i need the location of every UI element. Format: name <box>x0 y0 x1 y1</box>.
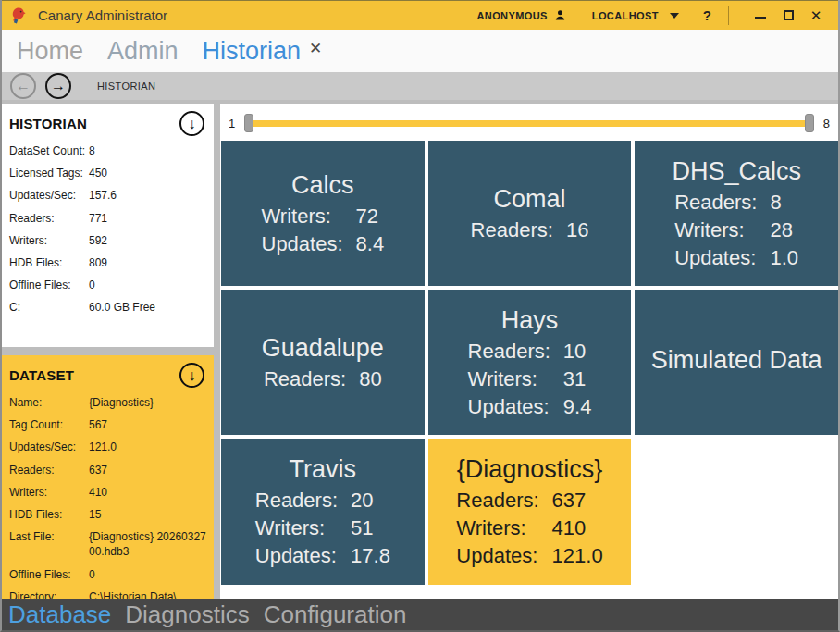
tile-title: Calcs <box>291 171 354 200</box>
info-row-writers: Writers:410 <box>9 485 206 500</box>
tile-stat-label: Updates: <box>255 544 338 568</box>
tile-stat-value: 637 <box>552 489 603 513</box>
info-value: {Diagnostics} 20260327 00.hdb3 <box>89 529 206 559</box>
dataset-stats-list: Name:{Diagnostics}Tag Count:567Updates/S… <box>2 393 214 599</box>
info-row-offline-files: Offline Files:0 <box>9 278 206 292</box>
info-value: 592 <box>89 233 206 248</box>
dataset-range-slider: 1 8 <box>220 104 838 141</box>
tile-stat-label: Updates: <box>456 544 538 568</box>
info-row-hdb-files: HDB Files:809 <box>9 255 206 270</box>
info-row-tag-count: Tag Count:567 <box>9 417 206 432</box>
tile-stat-label: Writers: <box>456 516 538 540</box>
tab-home[interactable]: Home <box>5 37 95 66</box>
collapse-arrow-icon[interactable]: ↓ <box>179 111 204 136</box>
info-row-writers: Writers:592 <box>9 233 206 248</box>
dataset-tile-calcs[interactable]: CalcsWriters:72Updates:8.4 <box>221 141 425 286</box>
tile-stat-value: 17.8 <box>351 544 390 568</box>
tile-stat-label: Writers: <box>674 218 757 242</box>
footer-bar: DatabaseDiagnosticsConfiguration <box>2 599 838 630</box>
close-button[interactable]: ✕ <box>805 6 827 26</box>
info-value: 637 <box>89 463 206 477</box>
tab-bar: HomeAdminHistorian✕ <box>2 30 838 72</box>
tile-stat-label: Updates: <box>262 232 343 256</box>
dataset-tile-comal[interactable]: ComalReaders:16 <box>428 141 632 286</box>
tab-historian[interactable]: Historian✕ <box>191 37 335 66</box>
tab-admin[interactable]: Admin <box>95 37 191 66</box>
dataset-panel: DATASET ↓ Name:{Diagnostics}Tag Count:56… <box>2 355 214 599</box>
app-title: Canary Administrator <box>38 7 167 23</box>
dataset-tile-travis[interactable]: TravisReaders:20Writers:51Updates:17.8 <box>221 439 425 585</box>
historian-panel-header: HISTORIAN ↓ <box>2 104 214 142</box>
info-label: Writers: <box>9 485 89 500</box>
tab-close-icon[interactable]: ✕ <box>309 39 322 58</box>
tile-stat-value: 1.0 <box>771 246 799 270</box>
info-value: C:\Historian Data\{Diagnostics}\ <box>89 589 206 599</box>
minimize-icon <box>755 17 766 19</box>
info-label: Tag Count: <box>9 417 89 432</box>
footer-item-configuration[interactable]: Configuration <box>264 602 407 626</box>
host-selector[interactable]: LOCALHOST <box>566 10 679 21</box>
info-label: DataSet Count: <box>9 143 89 158</box>
titlebar-divider <box>728 6 729 25</box>
tile-stat-label: Readers: <box>264 367 346 391</box>
info-value: 121.0 <box>89 440 206 454</box>
dataset-tile-simulated-data[interactable]: Simulated Data <box>635 290 838 435</box>
tile-stats: Readers:16 <box>471 218 589 242</box>
tile-stat-label: Readers: <box>468 340 550 364</box>
tile-stat-value: 8 <box>771 191 799 215</box>
info-label: Licensed Tags: <box>9 166 89 180</box>
slider-handle-left[interactable] <box>244 114 253 132</box>
dataset-tile-diagnostics[interactable]: {Diagnostics}Readers:637Writers:410Updat… <box>428 439 632 585</box>
tile-title: Hays <box>501 306 559 335</box>
content-area: HISTORIAN ↓ DataSet Count:8Licensed Tags… <box>2 100 838 599</box>
info-label: HDB Files: <box>9 255 89 270</box>
historian-stats-list: DataSet Count:8Licensed Tags:450Updates/… <box>2 142 214 316</box>
historian-panel: HISTORIAN ↓ DataSet Count:8Licensed Tags… <box>2 104 214 347</box>
back-button[interactable]: ← <box>10 73 36 99</box>
info-label: Name: <box>9 395 89 410</box>
info-label: Directory: <box>9 589 89 599</box>
tile-stat-value: 51 <box>351 516 390 540</box>
info-row-last-file: Last File:{Diagnostics} 20260327 00.hdb3 <box>9 529 206 559</box>
info-label: Writers: <box>9 233 89 248</box>
dataset-tile-guadalupe[interactable]: GuadalupeReaders:80 <box>221 290 425 435</box>
user-menu[interactable]: ANONYMOUS <box>476 9 565 21</box>
info-value: 157.6 <box>89 188 206 203</box>
tile-stat-value: 28 <box>771 218 799 242</box>
maximize-icon <box>784 10 794 20</box>
tile-title: Comal <box>493 185 565 214</box>
help-button[interactable]: ? <box>703 7 711 23</box>
tile-stat-label: Writers: <box>468 367 550 391</box>
user-name-label: ANONYMOUS <box>476 10 547 21</box>
footer-item-diagnostics[interactable]: Diagnostics <box>125 602 249 626</box>
dataset-tile-hays[interactable]: HaysReaders:10Writers:31Updates:9.4 <box>428 290 632 435</box>
info-label: Last File: <box>9 529 89 559</box>
dataset-tile-dhs-calcs[interactable]: DHS_CalcsReaders:8Writers:28Updates:1.0 <box>635 141 838 286</box>
info-value: 15 <box>89 507 206 522</box>
footer-item-database[interactable]: Database <box>8 602 111 626</box>
title-bar: Canary Administrator ANONYMOUS LOCALHOST… <box>2 0 838 30</box>
info-row-updates-sec: Updates/Sec:121.0 <box>9 440 206 454</box>
chevron-down-icon <box>670 13 679 19</box>
tab-label: Historian <box>203 37 302 66</box>
info-value: 450 <box>89 166 206 180</box>
slider-track[interactable] <box>246 120 812 127</box>
collapse-arrow-icon[interactable]: ↓ <box>179 363 204 388</box>
tile-title: Guadalupe <box>262 334 384 363</box>
slider-min-label: 1 <box>229 117 235 130</box>
slider-handle-right[interactable] <box>805 114 814 132</box>
info-value: 809 <box>89 255 206 270</box>
forward-button[interactable]: → <box>45 73 71 99</box>
breadcrumb: HISTORIAN <box>97 81 155 92</box>
tile-stat-value: 10 <box>563 340 592 364</box>
close-icon: ✕ <box>810 8 822 22</box>
sidebar: HISTORIAN ↓ DataSet Count:8Licensed Tags… <box>2 104 214 599</box>
tile-title: Travis <box>290 455 357 484</box>
info-value: 567 <box>89 417 206 432</box>
tile-stat-value: 121.0 <box>552 544 603 568</box>
tile-stats: Readers:8Writers:28Updates:1.0 <box>674 191 798 270</box>
minimize-button[interactable] <box>749 6 772 26</box>
maximize-button[interactable] <box>777 6 799 26</box>
tile-stat-value: 20 <box>351 489 390 513</box>
tile-stat-label: Updates: <box>468 395 550 419</box>
